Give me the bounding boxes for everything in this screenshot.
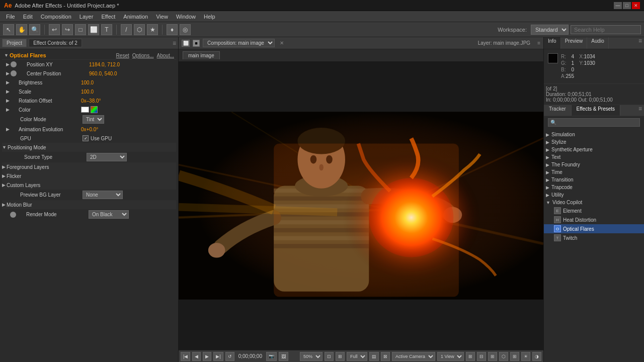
show-snapshot-btn[interactable]: 🖼 <box>279 352 288 361</box>
panel-options-btn[interactable]: ≡ <box>173 40 176 47</box>
tab-audio[interactable]: Audio <box>587 37 609 49</box>
zoom-tool[interactable]: 🔍 <box>29 24 40 35</box>
customlayers-expand[interactable]: ▶ <box>2 183 6 188</box>
effect-heat-distortion[interactable]: H Heat Distortion <box>544 215 644 224</box>
centerpos-expand[interactable]: ▶ <box>6 71 10 76</box>
cat-stylize[interactable]: ▶ Stylize <box>544 138 644 146</box>
help-search-input[interactable] <box>571 25 641 34</box>
color-picker[interactable] <box>91 106 98 113</box>
srctype-dropdown[interactable]: 2D <box>87 153 127 161</box>
cat-time[interactable]: ▶ Time <box>544 168 644 176</box>
menu-view[interactable]: View <box>152 13 172 21</box>
gpu-checkbox[interactable]: ✓ <box>83 135 89 141</box>
effects-panel-options[interactable]: ≡ <box>638 105 644 116</box>
menu-effect[interactable]: Effect <box>97 13 119 21</box>
positionxy-expand[interactable]: ▶ <box>6 62 10 67</box>
brush-tool[interactable]: □ <box>75 24 86 35</box>
effects-search-input[interactable] <box>548 118 640 127</box>
puppet-tool[interactable]: ♦ <box>167 24 178 35</box>
scale-expand[interactable]: ▶ <box>6 89 10 94</box>
menu-window[interactable]: Window <box>172 13 200 21</box>
composition-select[interactable]: Composition: main image <box>203 39 275 47</box>
fglayers-expand[interactable]: ▶ <box>2 164 6 169</box>
pixel-ratio-btn[interactable]: ⊞ <box>336 352 345 361</box>
select-tool[interactable]: ↖ <box>3 24 14 35</box>
fast-preview-btn[interactable]: ▤ <box>369 352 379 361</box>
step-forward-btn[interactable]: ▶| <box>213 352 223 361</box>
tab-project[interactable]: Project <box>2 39 27 47</box>
effect-optical-flares[interactable]: O Optical Flares <box>544 224 644 233</box>
comp-close-btn[interactable]: ✕ <box>280 40 284 46</box>
tab-preview[interactable]: Preview <box>561 37 588 49</box>
motblur-expand[interactable]: ▶ <box>2 202 6 207</box>
shape-tool[interactable]: ★ <box>147 24 158 35</box>
tab-effects-presets[interactable]: Effects & Presets <box>572 105 621 116</box>
view-layout-btn3[interactable]: ⊞ <box>488 352 497 361</box>
animevol-value[interactable]: 0x+0.0° <box>81 127 176 132</box>
view-select[interactable]: 1 View <box>437 352 464 361</box>
roto-tool[interactable]: ◎ <box>180 24 191 35</box>
mask-tool[interactable]: ⬡ <box>134 24 145 35</box>
effect-twitch[interactable]: T Twitch <box>544 233 644 242</box>
menu-animation[interactable]: Animation <box>119 13 152 21</box>
menu-help[interactable]: Help <box>200 13 219 21</box>
color-swatch[interactable] <box>81 107 89 113</box>
fit-btn[interactable]: ⊡ <box>325 352 334 361</box>
posmode-expand[interactable]: ▼ <box>2 145 7 150</box>
colormode-dropdown[interactable]: Tint <box>83 115 104 124</box>
brightness-expand[interactable]: ▶ <box>6 80 10 85</box>
brightness-value[interactable]: 100.0 <box>81 80 176 85</box>
exposure-btn[interactable]: ☀ <box>521 352 530 361</box>
tab-tracker[interactable]: Tracker <box>544 105 572 116</box>
about-btn[interactable]: About... <box>157 53 174 58</box>
zoom-select[interactable]: 50% <box>300 352 323 361</box>
hand-tool[interactable]: ✋ <box>16 24 27 35</box>
comp-panel-options[interactable]: ≡ <box>537 40 540 46</box>
color-correction-btn[interactable]: ◑ <box>532 352 541 361</box>
right-panel-options[interactable]: ≡ <box>638 37 644 49</box>
undo-btn[interactable]: ↩ <box>49 24 60 35</box>
snapshot-btn[interactable]: 📷 <box>266 352 277 361</box>
scale-value[interactable]: 100.0 <box>81 89 176 95</box>
cat-simulation[interactable]: ▶ Simulation <box>544 131 644 138</box>
camera-select[interactable]: Active Camera <box>392 352 435 361</box>
minimize-button[interactable]: — <box>614 2 622 9</box>
maximize-button[interactable]: □ <box>623 2 631 9</box>
positionxy-value[interactable]: 1184.0, 712.0 <box>89 62 176 67</box>
close-button[interactable]: ✕ <box>632 2 640 9</box>
menu-file[interactable]: File <box>2 13 19 21</box>
pen-tool[interactable]: / <box>121 24 132 35</box>
centerpos-value[interactable]: 960.0, 540.0 <box>89 71 176 76</box>
rotation-value[interactable]: 0x–38.0° <box>81 98 176 104</box>
cat-transition[interactable]: ▶ Transition <box>544 176 644 184</box>
cat-video-copilot[interactable]: ▼ Video Copilot <box>544 199 644 206</box>
roi-btn[interactable]: ⬡ <box>499 352 508 361</box>
transparency-btn[interactable]: ⊠ <box>381 352 390 361</box>
playback-start-btn[interactable]: |◀ <box>181 352 190 361</box>
cat-trapcode[interactable]: ▶ Trapcode <box>544 184 644 191</box>
optical-flares-expand[interactable]: ▼ <box>4 53 9 58</box>
text-tool[interactable]: T <box>101 24 112 35</box>
paint-tool[interactable]: ⬜ <box>88 24 99 35</box>
menu-composition[interactable]: Composition <box>37 13 75 21</box>
grid-btn[interactable]: ⊞ <box>510 352 519 361</box>
cat-the-foundry[interactable]: ▶ The Foundry <box>544 161 644 168</box>
rotation-expand[interactable]: ▶ <box>6 98 10 103</box>
menu-layer[interactable]: Layer <box>75 13 98 21</box>
view-layout-btn1[interactable]: ⊞ <box>466 352 475 361</box>
reset-btn[interactable]: Reset <box>116 53 129 58</box>
quality-select[interactable]: Full <box>347 352 367 361</box>
tab-effect-controls[interactable]: Effect Controls: of 2 <box>29 39 82 47</box>
menu-edit[interactable]: Edit <box>19 13 37 21</box>
comp-name-tab[interactable]: main image <box>183 51 220 59</box>
redo-btn[interactable]: ↪ <box>62 24 73 35</box>
prevbg-dropdown[interactable]: None <box>83 191 123 199</box>
workspace-select[interactable]: Standard <box>531 25 569 35</box>
loop-btn[interactable]: ↺ <box>225 352 234 361</box>
rendermode-dropdown[interactable]: On Black <box>89 210 129 219</box>
view-layout-btn2[interactable]: ⊟ <box>477 352 486 361</box>
animevol-expand[interactable]: ▶ <box>6 127 10 132</box>
step-back-btn[interactable]: ◀ <box>192 352 201 361</box>
cat-text[interactable]: ▶ Text <box>544 153 644 161</box>
effect-element[interactable]: E Element <box>544 206 644 215</box>
